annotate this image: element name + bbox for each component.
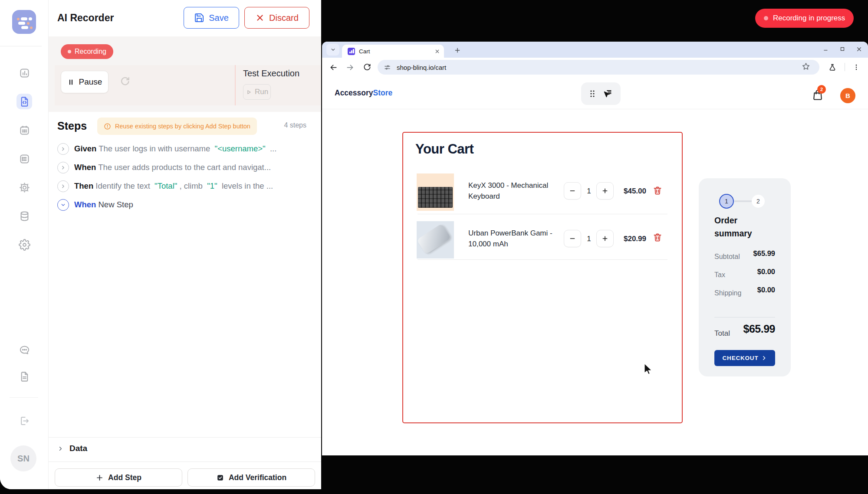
drag-handle-icon[interactable] [589,89,595,98]
screen: SN AI Recorder Save Discard Recording Pa… [0,0,868,494]
step-text: , climb [177,181,207,190]
data-section-toggle[interactable]: Data [57,444,87,453]
stepper-step-2: 2 [752,195,765,208]
qty-value: 1 [582,235,595,243]
step-text: The user logs in with username [99,144,214,153]
step-row-when[interactable]: When The user adds products to the cart … [57,160,313,175]
page-title: AI Recorder [57,12,114,24]
step-text: New Step [99,200,133,209]
chevron-right-icon [57,445,64,452]
database-icon[interactable] [16,208,32,224]
cart-bag-icon[interactable]: 2 [812,88,825,102]
url-bar[interactable]: shop-blinq.io/cart [378,60,819,75]
step-param: "Total" [155,181,177,190]
user-avatar[interactable]: SN [10,445,36,471]
chevron-right-icon[interactable] [57,143,69,155]
add-step-label: Add Step [108,473,141,482]
save-icon [194,13,204,23]
add-step-button[interactable]: Add Step [55,468,182,487]
discard-button[interactable]: Discard [244,7,309,29]
site-settings-icon[interactable] [384,64,391,71]
product-name: Urban PowerBank Gami - 10,000 mAh [468,228,552,249]
trash-icon[interactable] [652,232,664,244]
product-price: $20.99 [607,235,646,243]
play-icon [246,89,252,95]
chat-feedback-icon[interactable] [16,342,32,358]
user-initials: SN [17,454,30,464]
step-keyword: Then [74,181,93,190]
new-tab-button[interactable] [452,45,463,56]
recorder-floating-widget[interactable] [581,82,621,105]
recording-badge-label: Recording [75,48,106,56]
app-logo-icon [12,10,36,34]
run-button[interactable]: Run [243,84,271,100]
tab-close-icon[interactable] [434,49,440,54]
step-row-given[interactable]: Given The user logs in with username "<u… [57,141,313,156]
pause-button[interactable]: Pause [61,71,108,93]
calendar-icon[interactable] [16,122,32,138]
checkbox-check-icon [216,474,224,482]
trash-icon[interactable] [652,185,664,197]
url-text: shop-blinq.io/cart [397,64,446,71]
bookmark-star-icon[interactable] [802,62,810,71]
chevron-down-icon[interactable] [57,199,69,211]
settings-gear-icon[interactable] [16,237,32,252]
step-keyword: Given [74,144,96,153]
browser-menu-icon[interactable] [851,62,861,72]
refresh-icon[interactable] [119,75,131,88]
discard-label: Discard [269,13,299,23]
bar-chart-icon[interactable] [16,65,32,81]
shop-user-initial: B [845,92,850,99]
product-image-keyboard [417,173,454,211]
shop-logo[interactable]: AccessoryStore [335,76,392,109]
document-icon[interactable] [16,369,32,384]
steps-card: Steps Reuse existing steps by clicking A… [49,112,321,489]
divider [49,461,321,462]
steps-notice-label: Reuse existing steps by clicking Add Ste… [115,123,250,130]
steps-title: Steps [57,120,87,132]
product-price: $45.00 [607,187,646,196]
logout-icon[interactable] [16,413,32,429]
summary-divider [714,317,775,317]
list-icon[interactable] [16,151,32,167]
order-summary-title: Order summary [714,214,752,240]
shop-user-avatar[interactable]: B [840,88,855,103]
reload-icon[interactable] [362,62,372,72]
qty-decrease-button[interactable] [564,182,581,200]
step-param: "1" [207,181,217,190]
code-file-icon[interactable] [16,94,32,109]
save-button[interactable]: Save [184,7,239,29]
browser-tab-cart[interactable]: Cart [342,45,444,58]
checkout-button[interactable]: CHECKOUT [714,350,775,366]
maximize-icon[interactable] [838,44,847,54]
chevron-right-icon[interactable] [57,162,69,173]
qty-decrease-button[interactable] [564,230,581,247]
total-value: $65.99 [743,323,775,335]
step-keyword: When [74,200,96,209]
run-label: Run [255,88,268,96]
step-row-then[interactable]: Then Identify the text "Total" , climb "… [57,179,313,193]
browser-window: Cart shop-blinq.io/cart [322,42,868,455]
tab-favicon-icon [348,48,355,55]
forward-icon[interactable] [345,62,355,72]
close-window-icon[interactable] [854,44,864,54]
browser-tabstrip: Cart [322,42,868,58]
tab-search-chevron-icon[interactable] [326,44,339,56]
step-row-new[interactable]: When New Step [57,197,313,212]
ai-recorder-panel: SN AI Recorder Save Discard Recording Pa… [0,0,321,489]
minimize-icon[interactable] [821,44,831,54]
cursor-action-icon[interactable] [602,88,613,99]
back-icon[interactable] [328,62,339,72]
stepper-step-1: 1 [719,194,734,209]
recording-in-progress-badge: Recording in progress [755,9,854,28]
add-verification-button[interactable]: Add Verification [187,468,315,487]
row-divider [418,259,667,260]
total-label: Total [714,329,730,338]
warning-icon [104,123,111,130]
steps-notice: Reuse existing steps by clicking Add Ste… [97,118,257,135]
cpu-icon[interactable] [16,180,32,195]
test-execution-label: Test Execution [243,69,299,79]
row-divider [418,214,667,214]
experiments-flask-icon[interactable] [827,62,838,73]
chevron-right-icon[interactable] [57,180,69,192]
